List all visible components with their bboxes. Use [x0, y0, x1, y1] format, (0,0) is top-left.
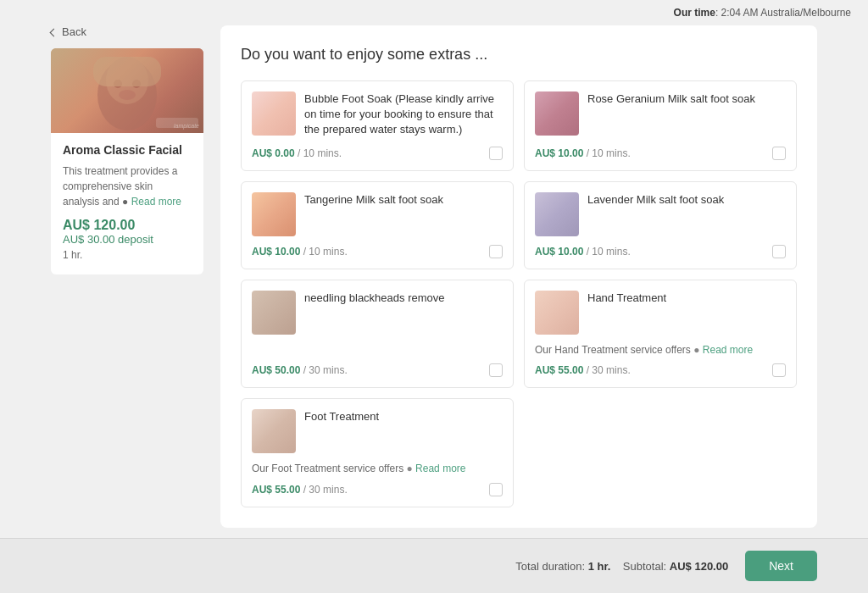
extra-checkbox-lavender[interactable] — [772, 245, 786, 258]
service-deposit: AU$ 30.00 deposit — [63, 233, 192, 246]
extra-top-foot-treatment: Foot Treatment — [252, 409, 503, 453]
extra-price-bubble-foot-soak: AU$ 0.00 / 10 mins. — [252, 147, 342, 159]
extra-thumb-lavender — [535, 192, 579, 236]
svg-rect-8 — [252, 192, 296, 236]
extra-top-rose-geranium: Rose Geranium Milk salt foot soak — [535, 91, 786, 136]
extra-top-lavender: Lavender Milk salt foot soak — [535, 192, 786, 236]
content-area: Do you want to enjoy some extras ... Bub… — [220, 25, 817, 528]
extra-price-hand-treatment: AU$ 55.00 / 30 mins. — [535, 364, 631, 376]
extra-thumb-bubble-foot-soak — [252, 91, 296, 136]
extra-item-hand-treatment: Hand Treatment Our Hand Treatment servic… — [524, 280, 797, 389]
extra-checkbox-hand-treatment[interactable] — [772, 363, 786, 377]
back-button[interactable]: Back — [51, 25, 86, 38]
section-title: Do you want to enjoy some extras ... — [241, 46, 797, 64]
extra-top-needling: needling blackheads remove — [252, 291, 503, 335]
bottom-summary: Total duration: 1 hr. Subtotal: AU$ 120.… — [515, 560, 728, 573]
svg-rect-6 — [252, 91, 296, 136]
extra-item-lavender: Lavender Milk salt foot soak AU$ 10.00 /… — [524, 181, 797, 269]
extra-price-lavender: AU$ 10.00 / 10 mins. — [535, 246, 631, 258]
service-description: This treatment provides a comprehensive … — [63, 163, 192, 209]
extra-price-tangerine: AU$ 10.00 / 10 mins. — [252, 246, 348, 258]
extra-item-foot-treatment: Foot Treatment Our Foot Treatment servic… — [241, 398, 514, 507]
extra-item-tangerine: Tangerine Milk salt foot soak AU$ 10.00 … — [241, 181, 514, 269]
extra-checkbox-rose-geranium[interactable] — [772, 147, 786, 160]
service-price: AU$ 120.00 — [63, 218, 192, 233]
extra-price-needling: AU$ 50.00 / 30 mins. — [252, 364, 348, 376]
extra-top-tangerine: Tangerine Milk salt foot soak — [252, 192, 503, 236]
service-image-inner: Iampicate — [51, 48, 203, 133]
extra-price-rose-geranium: AU$ 10.00 / 10 mins. — [535, 147, 631, 159]
extra-read-more-foot-treatment[interactable]: Read more — [415, 463, 465, 474]
time-value: 2:04 AM Australia/Melbourne — [721, 7, 851, 19]
extra-name-tangerine: Tangerine Milk salt foot soak — [304, 192, 503, 208]
next-button[interactable]: Next — [745, 551, 817, 581]
back-label: Back — [62, 25, 86, 38]
extra-checkbox-tangerine[interactable] — [489, 245, 503, 258]
extra-read-more-hand-treatment[interactable]: Read more — [703, 344, 753, 356]
extra-footer-needling: AU$ 50.00 / 30 mins. — [252, 363, 503, 377]
extra-name-hand-treatment: Hand Treatment — [587, 291, 786, 306]
extras-grid: Bubble Foot Soak (Please kindly arrive o… — [241, 80, 797, 507]
extra-footer-foot-treatment: AU$ 55.00 / 30 mins. — [252, 483, 503, 496]
extra-footer-tangerine: AU$ 10.00 / 10 mins. — [252, 245, 503, 258]
extra-name-bubble-foot-soak: Bubble Foot Soak (Please kindly arrive o… — [304, 91, 503, 138]
service-name: Aroma Classic Facial — [63, 143, 192, 157]
main-container: Back Iampicate Aroma — [0, 25, 868, 593]
svg-rect-12 — [252, 409, 296, 453]
time-label-text: Our time — [674, 7, 715, 19]
svg-rect-10 — [252, 291, 296, 335]
service-image: Iampicate — [51, 48, 203, 133]
extra-top-hand-treatment: Hand Treatment — [535, 291, 786, 335]
extra-checkbox-needling[interactable] — [489, 363, 503, 377]
service-read-more[interactable]: Read more — [131, 196, 181, 208]
service-duration: 1 hr. — [63, 249, 192, 261]
svg-rect-5 — [93, 57, 161, 86]
bottom-bar: Total duration: 1 hr. Subtotal: AU$ 120.… — [0, 538, 868, 593]
extra-checkbox-bubble-foot-soak[interactable] — [489, 147, 503, 160]
extra-desc-hand-treatment: Our Hand Treatment service offers ● Read… — [535, 343, 786, 357]
extra-top-bubble-foot-soak: Bubble Foot Soak (Please kindly arrive o… — [252, 91, 503, 138]
extra-thumb-rose-geranium — [535, 91, 579, 136]
svg-point-4 — [119, 90, 136, 100]
extra-price-foot-treatment: AU$ 55.00 / 30 mins. — [252, 484, 348, 496]
subtotal-value: AU$ 120.00 — [670, 560, 728, 573]
extra-checkbox-foot-treatment[interactable] — [489, 483, 503, 496]
extra-thumb-hand-treatment — [535, 291, 579, 335]
sidebar: Back Iampicate Aroma — [51, 25, 220, 528]
duration-label: Total duration: — [515, 560, 585, 573]
extra-thumb-needling — [252, 291, 296, 335]
svg-rect-9 — [535, 192, 579, 236]
extra-item-bubble-foot-soak: Bubble Foot Soak (Please kindly arrive o… — [241, 80, 514, 171]
extra-footer-hand-treatment: AU$ 55.00 / 30 mins. — [535, 363, 786, 377]
extra-desc-foot-treatment: Our Foot Treatment service offers ● Read… — [252, 462, 503, 476]
svg-rect-7 — [535, 91, 579, 136]
extra-footer-bubble-foot-soak: AU$ 0.00 / 10 mins. — [252, 147, 503, 160]
service-info: Aroma Classic Facial This treatment prov… — [51, 133, 203, 261]
extra-thumb-tangerine — [252, 192, 296, 236]
extra-name-foot-treatment: Foot Treatment — [304, 409, 503, 424]
extra-name-rose-geranium: Rose Geranium Milk salt foot soak — [587, 91, 786, 107]
extra-thumb-foot-treatment — [252, 409, 296, 453]
extra-name-needling: needling blackheads remove — [304, 291, 503, 306]
duration-value: 1 hr. — [588, 560, 611, 573]
svg-rect-11 — [535, 291, 579, 335]
extra-name-lavender: Lavender Milk salt foot soak — [587, 192, 786, 208]
chevron-left-icon — [50, 28, 58, 36]
top-bar: Our time: 2:04 AM Australia/Melbourne — [0, 0, 868, 25]
subtotal-label: Subtotal: — [623, 560, 666, 573]
extra-footer-lavender: AU$ 10.00 / 10 mins. — [535, 245, 786, 258]
extra-item-rose-geranium: Rose Geranium Milk salt foot soak AU$ 10… — [524, 80, 797, 171]
extra-item-needling: needling blackheads remove AU$ 50.00 / 3… — [241, 280, 514, 389]
service-card: Iampicate Aroma Classic Facial This trea… — [51, 48, 203, 274]
extra-footer-rose-geranium: AU$ 10.00 / 10 mins. — [535, 147, 786, 160]
our-time-label: Our time: 2:04 AM Australia/Melbourne — [674, 7, 851, 19]
